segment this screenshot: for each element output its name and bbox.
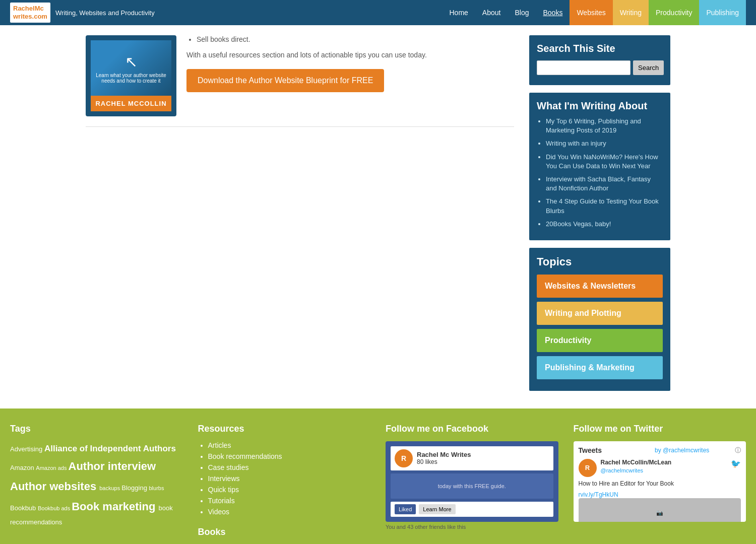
promo-description: With a useful resources section and lots… (186, 51, 514, 59)
tags-content: Advertising Alliance of Independent Auth… (10, 441, 183, 528)
resource-quick-tips: Quick tips (208, 486, 371, 494)
topics-section: Topics Websites & Newsletters Writing an… (529, 248, 670, 391)
resources-list: Articles Book recommendations Case studi… (208, 441, 371, 516)
resource-link-book-recs[interactable]: Book recommendations (208, 452, 282, 460)
tag-blogging[interactable]: Blogging (121, 484, 149, 492)
search-section: Search This Site Search (529, 35, 670, 85)
topic-productivity-button[interactable]: Productivity (537, 329, 663, 352)
promo-text: Sell books direct. With a useful resourc… (186, 35, 514, 92)
tag-amazon[interactable]: Amazon (10, 464, 36, 471)
fb-page-info: Rachel Mc Writes 80 likes (417, 451, 471, 465)
resource-link-case-studies[interactable]: Case studies (208, 463, 249, 471)
search-input[interactable] (537, 60, 631, 75)
topic-writing-button[interactable]: Writing and Plotting (537, 302, 663, 325)
search-bar: Search (537, 60, 663, 75)
resource-case-studies: Case studies (208, 463, 371, 471)
nav-websites[interactable]: Websites (570, 0, 612, 25)
logo: RachelMc writes.com Writing, Websites an… (10, 3, 155, 22)
tw-header: Tweets by @rachelmcwrites ⓘ (579, 446, 741, 455)
page-wrapper: ↖ Learn what your author website needs a… (76, 25, 680, 409)
nav-publishing[interactable]: Publishing (699, 0, 746, 25)
writing-link-5[interactable]: The 4 Step Guide to Testing Your Book Bl… (546, 197, 659, 214)
topic-websites-button[interactable]: Websites & Newsletters (537, 275, 663, 298)
resource-interviews: Interviews (208, 474, 371, 483)
nav-books[interactable]: Books (536, 0, 570, 25)
fb-learn-more-button[interactable]: Learn More (419, 504, 455, 514)
twitter-bird-icon: 🐦 (731, 459, 741, 477)
tw-user-info: Rachel McCollin/McLean @rachelmcwrites (601, 459, 672, 477)
nav-writing[interactable]: Writing (613, 0, 649, 25)
resource-link-quick-tips[interactable]: Quick tips (208, 486, 239, 494)
resource-videos: Videos (208, 508, 371, 516)
tw-by: by @rachelmcwrites (655, 447, 709, 454)
tag-author-interview[interactable]: Author interview (69, 460, 156, 472)
writing-list: My Top 6 Writing, Publishing and Marketi… (546, 117, 663, 229)
top-navigation: RachelMc writes.com Writing, Websites an… (0, 0, 756, 25)
tag-bookbub-ads[interactable]: Bookbub ads (38, 505, 72, 511)
footer-resources-col: Resources Articles Book recommendations … (198, 424, 371, 544)
footer-facebook-col: Follow me on Facebook R Rachel Mc Writes… (386, 424, 558, 544)
resource-link-tutorials[interactable]: Tutorials (208, 497, 235, 505)
resource-link-videos[interactable]: Videos (208, 508, 230, 516)
tag-author-websites[interactable]: Author websites (10, 480, 99, 493)
writing-link-2[interactable]: Writing with an injury (546, 140, 606, 147)
footer-twitter-col: Follow me on Twitter Tweets by @rachelmc… (574, 424, 746, 544)
resource-articles: Articles (208, 441, 371, 449)
tags-title: Tags (10, 424, 183, 434)
writing-link-1[interactable]: My Top 6 Writing, Publishing and Marketi… (546, 117, 641, 134)
info-icon: ⓘ (735, 446, 741, 455)
tag-bookbub[interactable]: Bookbub (10, 504, 38, 512)
tag-backups[interactable]: backups (99, 485, 121, 491)
resource-book-recs: Book recommendations (208, 452, 371, 460)
promo-image: ↖ Learn what your author website needs a… (86, 35, 176, 116)
books-section-title: Books (198, 527, 371, 537)
tag-amazon-ads[interactable]: Amazon ads (36, 465, 68, 471)
logo-text-line2: writes.com (13, 13, 47, 20)
writing-item-5: The 4 Step Guide to Testing Your Book Bl… (546, 197, 663, 215)
writing-link-3[interactable]: Did You Win NaNoWriMo? Here's How You Ca… (546, 153, 658, 170)
writing-link-6[interactable]: 20Books Vegas, baby! (546, 220, 611, 228)
footer: Tags Advertising Alliance of Independent… (0, 409, 756, 544)
writing-item-3: Did You Win NaNoWriMo? Here's How You Ca… (546, 153, 663, 171)
resource-link-articles[interactable]: Articles (208, 441, 231, 449)
nav-productivity[interactable]: Productivity (649, 0, 699, 25)
writing-item-1: My Top 6 Writing, Publishing and Marketi… (546, 117, 663, 135)
fb-btn-row: Liked Learn More (391, 502, 553, 517)
fb-body: today with this FREE guide. (391, 473, 553, 499)
promo-img-placeholder: ↖ Learn what your author website needs a… (91, 40, 171, 96)
search-title: Search This Site (537, 43, 663, 54)
content-divider (86, 126, 514, 127)
resource-tutorials: Tutorials (208, 497, 371, 505)
writing-item-6: 20Books Vegas, baby! (546, 220, 663, 229)
nav-blog[interactable]: Blog (508, 0, 536, 25)
writing-item-4: Interview with Sacha Black, Fantasy and … (546, 175, 663, 193)
nav-home[interactable]: Home (442, 0, 475, 25)
logo-box: RachelMc writes.com (10, 3, 50, 22)
download-button[interactable]: Download the Author Website Blueprint fo… (186, 69, 384, 92)
writing-title: What I'm Writing About (537, 100, 663, 112)
sidebar: Search This Site Search What I'm Writing… (529, 35, 670, 398)
tw-user-name: Rachel McCollin/McLean (601, 459, 672, 466)
tw-link[interactable]: rviv.ly/TgHkUN (579, 491, 618, 498)
tag-advertising[interactable]: Advertising (10, 445, 44, 453)
topic-publishing-button[interactable]: Publishing & Marketing (537, 356, 663, 379)
logo-tagline: Writing, Websites and Productivity (55, 9, 155, 17)
resource-link-interviews[interactable]: Interviews (208, 474, 240, 483)
tag-blurbs[interactable]: blurbs (149, 485, 164, 491)
nav-about[interactable]: About (475, 0, 508, 25)
fb-liked-button[interactable]: Liked (395, 504, 416, 514)
search-button[interactable]: Search (633, 60, 664, 75)
tag-alli[interactable]: Alliance of Independent Authors (44, 444, 176, 453)
nav-links: Home About Blog Books Websites Writing P… (442, 0, 746, 25)
main-content: ↖ Learn what your author website needs a… (86, 35, 514, 398)
tag-book-marketing[interactable]: Book marketing (72, 500, 158, 513)
author-name-bar: RACHEL MCCOLLIN (91, 96, 171, 111)
facebook-widget: R Rachel Mc Writes 80 likes today with t… (386, 441, 558, 522)
topics-title: Topics (537, 255, 663, 268)
writing-section: What I'm Writing About My Top 6 Writing,… (529, 93, 670, 240)
promo-box: ↖ Learn what your author website needs a… (86, 35, 514, 116)
tw-tweets-label: Tweets (579, 446, 602, 454)
tw-tweet-text: How to Hire an Editor for Your Book (579, 480, 741, 487)
writing-link-4[interactable]: Interview with Sacha Black, Fantasy and … (546, 175, 651, 192)
writing-item-2: Writing with an injury (546, 139, 663, 148)
